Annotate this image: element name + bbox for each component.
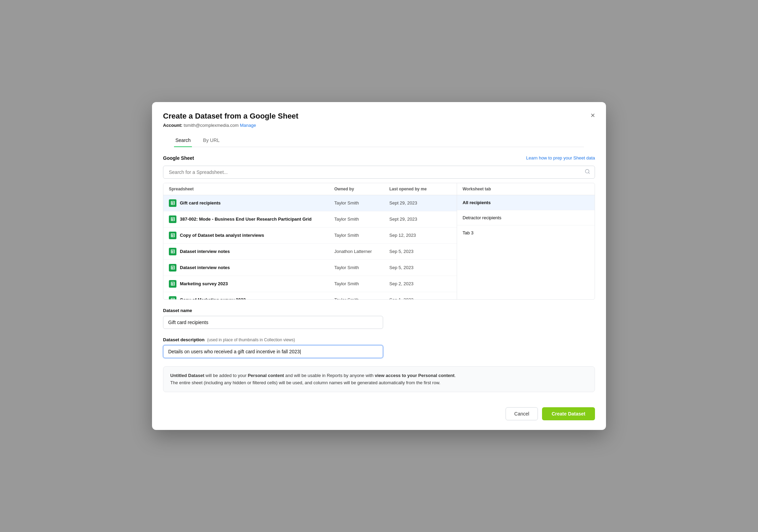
- worksheet-section: Worksheet tab All recipients Detractor r…: [457, 183, 595, 299]
- worksheet-row[interactable]: All recipients: [457, 195, 595, 210]
- sheet-name-cell: 387-002: Mode - Business End User Resear…: [169, 215, 334, 223]
- tab-search[interactable]: Search: [174, 134, 192, 147]
- table-row[interactable]: 387-002: Mode - Business End User Resear…: [163, 211, 457, 228]
- notice-text: Untitled Dataset will be added to your P…: [170, 372, 588, 387]
- table-row[interactable]: Copy of Dataset beta analyst interviews …: [163, 228, 457, 244]
- sheet-name-cell: Copy of Marketing survey 2023: [169, 296, 334, 299]
- modal-body: Google Sheet Learn how to prep your Shee…: [152, 147, 606, 401]
- help-link[interactable]: Learn how to prep your Sheet data: [526, 155, 595, 160]
- svg-rect-2: [171, 201, 174, 205]
- modal-title: Create a Dataset from a Google Sheet: [163, 112, 595, 121]
- sheet-icon: [169, 215, 176, 223]
- create-dataset-button[interactable]: Create Dataset: [542, 407, 595, 420]
- account-email: tsmith@complexmedia.com: [184, 123, 239, 128]
- search-container: [163, 166, 595, 179]
- table-row[interactable]: Marketing survey 2023 Taylor Smith Sep 2…: [163, 276, 457, 292]
- worksheet-row[interactable]: Tab 3: [457, 225, 595, 240]
- dataset-name-label: Dataset name: [163, 308, 595, 313]
- col-owned-by: Owned by: [334, 187, 389, 191]
- account-line: Account: tsmith@complexmedia.com Manage: [163, 123, 595, 128]
- svg-line-1: [588, 173, 589, 174]
- sheet-icon: [169, 280, 176, 288]
- search-input[interactable]: [163, 166, 595, 179]
- svg-rect-10: [171, 234, 174, 237]
- worksheet-header: Worksheet tab: [457, 183, 595, 195]
- dataset-description-label: Dataset description (used in place of th…: [163, 337, 595, 342]
- modal-footer: Cancel Create Dataset: [152, 400, 606, 430]
- svg-rect-6: [171, 218, 174, 221]
- sheet-name-cell: Gift card recipients: [169, 199, 334, 207]
- create-dataset-modal: Create a Dataset from a Google Sheet Acc…: [152, 102, 606, 430]
- sheet-name-cell: Dataset interview notes: [169, 248, 334, 255]
- tab-bar: Search By URL: [174, 134, 584, 147]
- cancel-button[interactable]: Cancel: [506, 407, 538, 420]
- sheet-icon: [169, 199, 176, 207]
- spreadsheet-list-section: Spreadsheet Owned by Last opened by me G…: [163, 183, 457, 299]
- tab-by-url[interactable]: By URL: [202, 134, 221, 147]
- notice-box: Untitled Dataset will be added to your P…: [163, 366, 595, 392]
- svg-rect-14: [171, 250, 174, 253]
- svg-rect-22: [171, 282, 174, 286]
- sheet-icon: [169, 248, 176, 255]
- col-spreadsheet: Spreadsheet: [169, 187, 334, 191]
- table-row[interactable]: Dataset interview notes Jonathon Lattern…: [163, 244, 457, 260]
- table-row[interactable]: Gift card recipients Taylor Smith Sept 2…: [163, 195, 457, 211]
- modal-header: Create a Dataset from a Google Sheet Acc…: [152, 102, 606, 147]
- sheet-icon: [169, 264, 176, 271]
- svg-rect-26: [171, 298, 174, 299]
- svg-rect-18: [171, 266, 174, 269]
- table-row[interactable]: Dataset interview notes Taylor Smith Sep…: [163, 260, 457, 276]
- search-icon: [585, 169, 590, 176]
- sheet-name-cell: Copy of Dataset beta analyst interviews: [169, 232, 334, 239]
- worksheet-row[interactable]: Detractor recipients: [457, 210, 595, 225]
- account-label: Account:: [163, 123, 182, 128]
- dataset-name-input[interactable]: [163, 316, 383, 329]
- close-button[interactable]: ×: [589, 110, 596, 121]
- table-header: Spreadsheet Owned by Last opened by me: [163, 183, 457, 195]
- sheet-name-cell: Dataset interview notes: [169, 264, 334, 271]
- google-sheet-label: Google Sheet: [163, 155, 194, 161]
- dataset-name-section: Dataset name: [163, 308, 595, 329]
- sheet-icon: [169, 296, 176, 299]
- spreadsheet-panel: Spreadsheet Owned by Last opened by me G…: [163, 183, 595, 300]
- sheet-icon: [169, 232, 176, 239]
- manage-link[interactable]: Manage: [240, 123, 256, 128]
- dataset-description-section: Dataset description (used in place of th…: [163, 337, 595, 358]
- section-header: Google Sheet Learn how to prep your Shee…: [163, 155, 595, 161]
- table-row[interactable]: Copy of Marketing survey 2023 Taylor Smi…: [163, 292, 457, 299]
- dataset-description-input[interactable]: [163, 345, 383, 358]
- sheet-name-cell: Marketing survey 2023: [169, 280, 334, 288]
- col-last-opened: Last opened by me: [389, 187, 451, 191]
